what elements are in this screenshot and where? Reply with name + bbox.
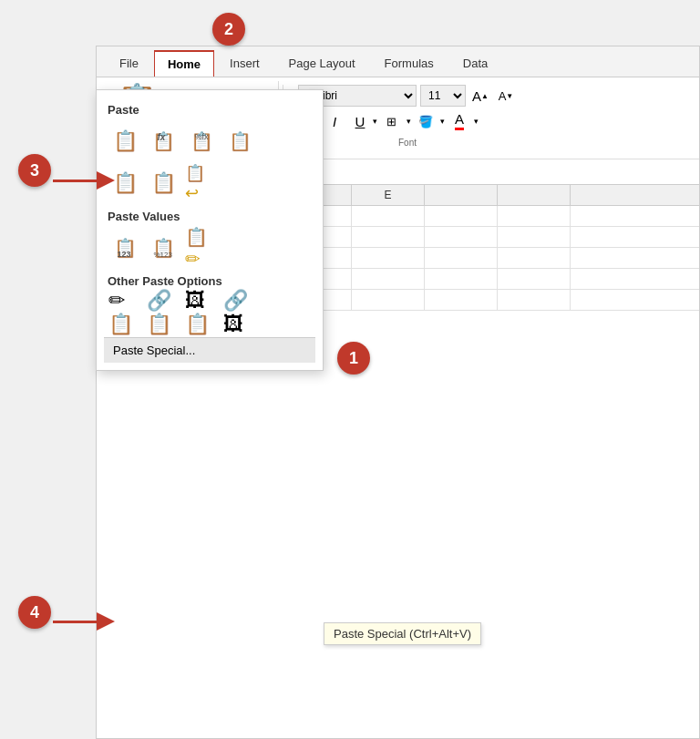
paste-dropdown-menu: Paste 📋 📋fx 📋%fx 📋 📋 📋 📋↩ Paste Values 📋…: [96, 89, 324, 371]
cell-g11[interactable]: [498, 248, 571, 268]
paste-values-3[interactable]: 📋✏: [184, 231, 219, 265]
other-paste-1[interactable]: ✏📋: [108, 295, 142, 330]
tab-formulas[interactable]: Formulas: [371, 50, 448, 77]
paste-option-2[interactable]: 📋fx: [146, 124, 180, 159]
italic-button[interactable]: I: [324, 110, 345, 132]
fill-color-button[interactable]: 🪣: [415, 110, 437, 132]
cell-e12[interactable]: [352, 269, 425, 289]
border-button[interactable]: ⊞: [381, 110, 403, 132]
paste-icons-row-1: 📋 📋fx 📋%fx 📋: [104, 120, 315, 162]
paste-option-7[interactable]: 📋↩: [184, 166, 219, 200]
cell-g10[interactable]: [498, 227, 571, 247]
cell-e11[interactable]: [352, 248, 425, 268]
annotation-circle-3: 3: [18, 154, 51, 187]
ribbon-tabs: File Home Insert Page Layout Formulas Da…: [97, 46, 699, 77]
col-header-e[interactable]: E: [352, 185, 425, 205]
cell-f12[interactable]: [425, 269, 498, 289]
tab-home[interactable]: Home: [154, 50, 214, 77]
font-section-label: Font: [298, 138, 517, 148]
tab-insert[interactable]: Insert: [216, 50, 273, 77]
paste-values-1[interactable]: 📋123: [108, 231, 142, 265]
cell-g13[interactable]: [498, 290, 571, 310]
paste-option-3[interactable]: 📋%fx: [184, 124, 219, 159]
annotation-circle-2: 2: [212, 13, 245, 46]
paste-values-2[interactable]: 📋%123: [146, 231, 180, 265]
paste-option-6[interactable]: 📋: [146, 166, 180, 200]
col-header-g[interactable]: [498, 185, 571, 205]
annotation-circle-1: 1: [337, 342, 370, 375]
other-paste-4[interactable]: 🔗🖼: [222, 295, 257, 330]
font-shrink-button[interactable]: A▼: [495, 85, 517, 107]
cell-f10[interactable]: [425, 227, 498, 247]
font-color-button[interactable]: A: [448, 110, 470, 132]
paste-section-title: Paste: [104, 98, 315, 120]
other-paste-3[interactable]: 🖼📋: [184, 295, 219, 330]
tab-page-layout[interactable]: Page Layout: [275, 50, 369, 77]
annotation-circle-4: 4: [18, 596, 51, 629]
cell-f13[interactable]: [425, 290, 498, 310]
paste-icons-row-2: 📋 📋 📋↩: [104, 162, 315, 204]
paste-option-1[interactable]: 📋: [108, 124, 142, 159]
paste-option-4[interactable]: 📋: [222, 124, 257, 159]
cell-g9[interactable]: [498, 206, 571, 226]
font-grow-button[interactable]: A▲: [469, 85, 491, 107]
font-format-row: B I U ▾ ⊞ ▾ 🪣 ▾ A ▾: [298, 110, 517, 132]
paste-values-title: Paste Values: [104, 204, 315, 227]
cell-g12[interactable]: [498, 269, 571, 289]
font-color-icon: A: [455, 112, 464, 130]
paste-special-tooltip: Paste Special (Ctrl+Alt+V): [324, 622, 481, 645]
tab-file[interactable]: File: [106, 50, 152, 77]
cell-f9[interactable]: [425, 206, 498, 226]
cell-e10[interactable]: [352, 227, 425, 247]
other-paste-2[interactable]: 🔗📋: [146, 295, 180, 330]
underline-button[interactable]: U: [349, 110, 371, 132]
paste-special-button[interactable]: Paste Special...: [104, 337, 315, 363]
col-header-f[interactable]: [425, 185, 498, 205]
paste-values-row: 📋123 📋%123 📋✏: [104, 227, 315, 269]
cell-f11[interactable]: [425, 248, 498, 268]
annotation-arrow-4: [53, 612, 115, 631]
other-paste-row: ✏📋 🔗📋 🖼📋 🔗🖼: [104, 292, 315, 334]
fill-color-icon: 🪣: [418, 115, 433, 128]
cell-e13[interactable]: [352, 290, 425, 310]
annotation-arrow-3: [53, 171, 115, 190]
font-name-row: Calibri 11 A▲ A▼: [298, 85, 517, 107]
cell-e9[interactable]: [352, 206, 425, 226]
font-size-select[interactable]: 11: [420, 85, 466, 107]
tab-data[interactable]: Data: [449, 50, 501, 77]
